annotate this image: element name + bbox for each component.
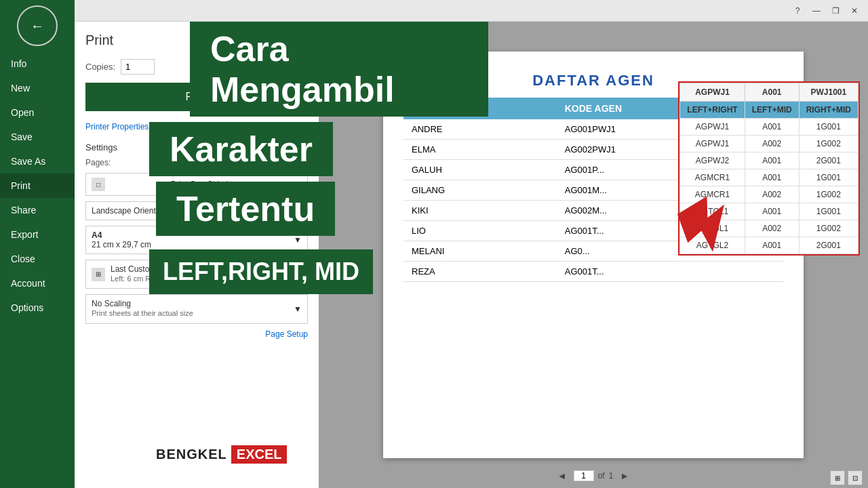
sided-icon: □ bbox=[92, 178, 105, 191]
cell-kode: AG001T... bbox=[557, 262, 783, 282]
col-nama: NAMA bbox=[403, 98, 557, 119]
cell-nama: REZA bbox=[403, 262, 557, 282]
preview-nav: ◄ of 1 ► bbox=[319, 469, 868, 483]
sidebar-item-account[interactable]: Account bbox=[0, 271, 75, 296]
main-content: ? — ❐ ✕ Print Copies: Print Printer Prop… bbox=[75, 0, 868, 488]
scaling-setting[interactable]: No Scaling Print sheets at their actual … bbox=[85, 294, 308, 323]
table-row: AGPWJ1A0021G002 bbox=[680, 136, 859, 152]
popup-cell: 1G002 bbox=[799, 136, 858, 152]
popup-col3-header: PWJ1001 bbox=[799, 83, 858, 102]
sidebar-item-label: Export bbox=[11, 229, 38, 240]
sidebar-item-options[interactable]: Options bbox=[0, 296, 75, 320]
popup-cell: 1G001 bbox=[799, 169, 858, 186]
sidebar-item-close[interactable]: Close bbox=[0, 247, 75, 271]
back-button[interactable]: ← bbox=[17, 5, 58, 46]
paper-desc-label: 21 cm x 29,7 cm bbox=[92, 240, 288, 249]
sidebar-item-label: Share bbox=[11, 205, 36, 216]
total-pages: 1 bbox=[609, 471, 614, 481]
minimize-button[interactable]: — bbox=[808, 4, 825, 18]
left-mid-button[interactable]: LEFT+MID bbox=[745, 102, 799, 119]
zoom-button[interactable]: ⊡ bbox=[848, 470, 863, 485]
preview-icon-group: ⊞ ⊡ bbox=[830, 470, 863, 485]
sidebar-item-save[interactable]: Save bbox=[0, 125, 75, 149]
margins-arrow-icon: ▼ bbox=[294, 270, 302, 279]
sidebar-item-export[interactable]: Export bbox=[0, 222, 75, 247]
print-sided-setting[interactable]: □ Print One Sided ▼ bbox=[85, 173, 308, 196]
scaling-detail: Print sheets at their actual size bbox=[92, 308, 288, 319]
right-mid-button[interactable]: RIGHT+MID bbox=[799, 102, 858, 119]
sidebar: ← Info New Open Save Save As Print Share… bbox=[0, 0, 75, 488]
sidebar-item-print[interactable]: Print bbox=[0, 174, 75, 198]
sidebar-item-label: Print bbox=[11, 180, 31, 191]
pages-row: Pages: bbox=[85, 158, 308, 167]
copies-label: Copies: bbox=[85, 62, 115, 72]
margins-detail: Left: 6 cm Right: 1,8 cm bbox=[111, 274, 288, 284]
of-label: of bbox=[598, 471, 605, 481]
paper-arrow-icon: ▼ bbox=[294, 235, 302, 245]
fit-page-button[interactable]: ⊞ bbox=[830, 470, 845, 485]
orientation-arrow-icon: ▼ bbox=[294, 206, 302, 216]
popup-cell: AGMCR1 bbox=[680, 169, 745, 186]
popup-cell: A002 bbox=[745, 136, 799, 152]
sidebar-item-new[interactable]: New bbox=[0, 76, 75, 100]
restore-button[interactable]: ❐ bbox=[827, 4, 844, 18]
sidebar-item-label: Save bbox=[11, 131, 33, 142]
printer-properties-link[interactable]: Printer Properties bbox=[85, 122, 308, 131]
print-sided-label: Print One Sided bbox=[171, 180, 229, 189]
title-bar: ? — ❐ ✕ bbox=[75, 0, 868, 22]
popup-cell: 1G002 bbox=[799, 186, 858, 203]
margins-icon: ⊞ bbox=[92, 268, 105, 281]
sidebar-item-label: Options bbox=[11, 302, 43, 313]
popup-cell: A001 bbox=[745, 169, 799, 186]
sidebar-item-label: Close bbox=[11, 253, 35, 264]
page-setup-link[interactable]: Page Setup bbox=[85, 329, 308, 339]
cell-nama: GALUH bbox=[403, 160, 557, 180]
margins-label: Last Custom Margins Setting bbox=[111, 264, 288, 274]
sidebar-item-info[interactable]: Info bbox=[0, 52, 75, 76]
popup-cell: A001 bbox=[745, 119, 799, 136]
branding-badge: BENGKEL EXCEL bbox=[156, 445, 287, 464]
cell-nama: ANDRE bbox=[403, 119, 557, 140]
cell-nama: ELMA bbox=[403, 140, 557, 160]
popup-cell: A001 bbox=[745, 152, 799, 169]
popup-cell: A001 bbox=[745, 203, 799, 220]
table-row: AGPWJ1A0011G001 bbox=[680, 119, 859, 136]
back-icon: ← bbox=[31, 18, 44, 34]
popup-cell: AGPWJ2 bbox=[680, 152, 745, 169]
scaling-arrow-icon: ▼ bbox=[294, 304, 302, 314]
sidebar-item-label: New bbox=[11, 83, 30, 94]
sidebar-item-open[interactable]: Open bbox=[0, 100, 75, 125]
page-number-input[interactable] bbox=[574, 470, 594, 481]
pages-label: Pages: bbox=[85, 158, 111, 167]
sidebar-item-label: Account bbox=[11, 278, 45, 289]
sidebar-item-saveas[interactable]: Save As bbox=[0, 149, 75, 174]
next-page-button[interactable]: ► bbox=[617, 469, 632, 483]
popup-col2-header: A001 bbox=[745, 83, 799, 102]
close-button[interactable]: ✕ bbox=[846, 4, 863, 18]
bengkel-text: BENGKEL bbox=[156, 447, 227, 462]
print-button[interactable]: Print bbox=[85, 83, 308, 111]
sidebar-item-label: Info bbox=[11, 58, 26, 69]
scaling-label: No Scaling bbox=[92, 299, 288, 308]
popup-cell: A002 bbox=[745, 186, 799, 203]
paper-size-label: A4 bbox=[92, 230, 288, 240]
copies-input[interactable] bbox=[121, 59, 155, 75]
help-button[interactable]: ? bbox=[789, 4, 806, 18]
popup-col1-header: AGPWJ1 bbox=[680, 83, 745, 102]
table-row: AGMCR1A0011G001 bbox=[680, 169, 859, 186]
cell-nama: MELANI bbox=[403, 241, 557, 262]
sidebar-item-share[interactable]: Share bbox=[0, 198, 75, 222]
popup-cell: AGPWJ1 bbox=[680, 119, 745, 136]
sidebar-item-label: Save As bbox=[11, 156, 45, 167]
cell-nama: GILANG bbox=[403, 180, 557, 201]
prev-page-button[interactable]: ◄ bbox=[555, 469, 570, 483]
cell-nama: KIKI bbox=[403, 201, 557, 221]
sidebar-item-label: Open bbox=[11, 107, 34, 118]
left-right-button[interactable]: LEFT+RIGHT bbox=[680, 102, 745, 119]
popup-cell: A002 bbox=[745, 220, 799, 237]
table-row: AGPWJ2A0012G001 bbox=[680, 152, 859, 169]
margins-setting[interactable]: ⊞ Last Custom Margins Setting Left: 6 cm… bbox=[85, 260, 308, 289]
paper-size-setting[interactable]: A4 21 cm x 29,7 cm ▼ bbox=[85, 226, 308, 254]
sided-arrow-icon: ▼ bbox=[294, 180, 302, 189]
orientation-setting[interactable]: Landscape Orientation ▼ bbox=[85, 201, 308, 220]
